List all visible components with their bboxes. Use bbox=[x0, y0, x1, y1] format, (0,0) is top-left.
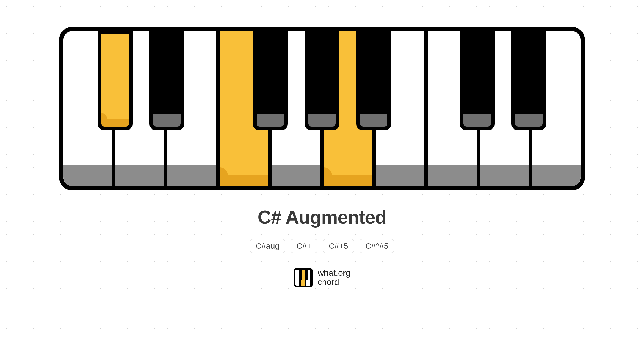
brand-org: .org bbox=[336, 268, 350, 278]
black-key-D#-1 bbox=[149, 31, 184, 130]
black-key-G#-3 bbox=[305, 31, 339, 130]
chord-alias-0: C#aug bbox=[250, 239, 285, 253]
chord-alias-3: C#^#5 bbox=[360, 239, 394, 253]
brand-text: what.org chord bbox=[318, 269, 351, 286]
black-key-D#-6 bbox=[511, 31, 546, 130]
brand-logo-icon bbox=[294, 268, 313, 287]
piano-keyboard bbox=[59, 27, 585, 190]
chord-alias-2: C#+5 bbox=[323, 239, 354, 253]
black-key-F#-2 bbox=[253, 31, 288, 130]
black-key-C#-5 bbox=[460, 31, 495, 130]
brand-what: what bbox=[318, 268, 336, 278]
chord-alias-1: C#+ bbox=[291, 239, 317, 253]
site-brand: what.org chord bbox=[294, 268, 351, 287]
chord-name-title: C# Augmented bbox=[258, 207, 386, 228]
brand-chord: chord bbox=[318, 277, 339, 287]
black-key-C#-0 bbox=[98, 31, 133, 130]
chord-aliases: C#augC#+C#+5C#^#5 bbox=[250, 239, 394, 253]
black-key-A#-4 bbox=[356, 31, 391, 130]
